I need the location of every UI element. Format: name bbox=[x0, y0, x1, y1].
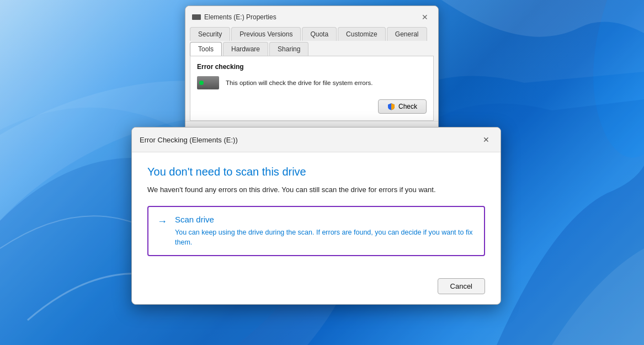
tab-general[interactable]: General bbox=[387, 27, 427, 41]
scan-drive-title: Scan drive bbox=[175, 215, 475, 224]
check-button-label: Check bbox=[398, 103, 417, 110]
error-checking-label: Error checking bbox=[197, 63, 427, 71]
dialog-close-icon: ✕ bbox=[483, 135, 489, 144]
properties-window: Elements (E:) Properties ✕ Security Prev… bbox=[185, 6, 439, 147]
dialog-title: Error Checking (Elements (E:)) bbox=[140, 136, 238, 144]
dialog-close-button[interactable]: ✕ bbox=[480, 133, 493, 146]
properties-window-title: Elements (E:) Properties bbox=[204, 13, 276, 21]
properties-title-area: Elements (E:) Properties bbox=[192, 13, 276, 21]
dialog-titlebar: Error Checking (Elements (E:)) ✕ bbox=[132, 128, 501, 152]
scan-drive-description: You can keep using the drive during the … bbox=[175, 227, 475, 247]
dialog-footer: Cancel bbox=[132, 278, 501, 304]
tab-previous-versions[interactable]: Previous Versions bbox=[231, 27, 301, 41]
tab-tools[interactable]: Tools bbox=[190, 42, 222, 56]
tab-quota[interactable]: Quota bbox=[302, 27, 337, 41]
tab-sharing[interactable]: Sharing bbox=[269, 42, 308, 56]
dialog-body: You don't need to scan this drive We hav… bbox=[132, 152, 501, 278]
scan-option-content: Scan drive You can keep using the drive … bbox=[175, 215, 475, 247]
cancel-button-dialog[interactable]: Cancel bbox=[438, 278, 485, 294]
drive-icon bbox=[192, 14, 201, 20]
properties-titlebar: Elements (E:) Properties ✕ bbox=[185, 6, 438, 23]
scan-drive-arrow: → bbox=[157, 216, 167, 227]
dialog-heading: You don't need to scan this drive bbox=[147, 166, 485, 178]
tab-security[interactable]: Security bbox=[190, 27, 230, 41]
error-checking-description: This option will check the drive for fil… bbox=[226, 79, 427, 86]
error-checking-dialog: Error Checking (Elements (E:)) ✕ You don… bbox=[131, 127, 501, 305]
uac-shield-icon bbox=[387, 103, 395, 110]
check-button[interactable]: Check bbox=[378, 99, 427, 114]
tab-customize[interactable]: Customize bbox=[338, 27, 386, 41]
hdd-icon bbox=[197, 76, 219, 89]
dialog-description: We haven't found any errors on this driv… bbox=[147, 185, 485, 195]
properties-tabs: Security Previous Versions Quota Customi… bbox=[185, 23, 438, 56]
scan-drive-option[interactable]: → Scan drive You can keep using the driv… bbox=[147, 206, 485, 256]
error-checking-row: This option will check the drive for fil… bbox=[197, 76, 427, 89]
tab-hardware[interactable]: Hardware bbox=[223, 42, 268, 56]
properties-body: Error checking This option will check th… bbox=[190, 56, 434, 121]
properties-close-button[interactable]: ✕ bbox=[418, 12, 432, 23]
